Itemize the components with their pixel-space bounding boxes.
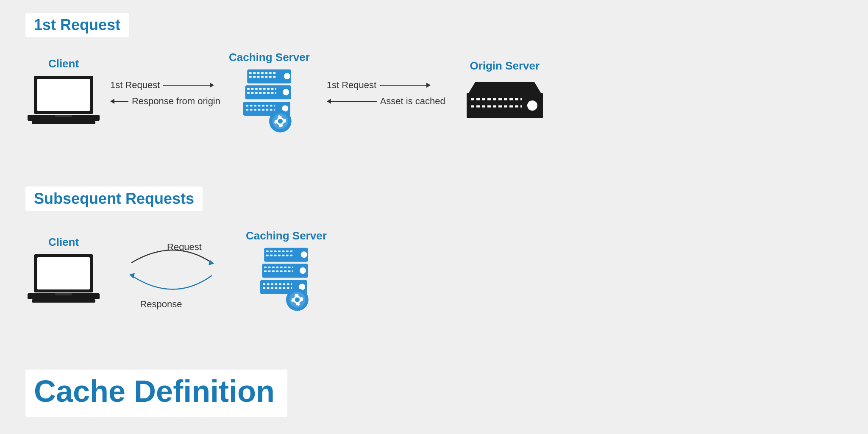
svg-marker-8 <box>110 99 114 104</box>
svg-point-24 <box>278 119 283 123</box>
laptop-icon-1 <box>25 74 102 129</box>
caching-server-icon-1 <box>235 67 303 135</box>
first-request-row: Client 1st Request <box>25 51 856 135</box>
cache-definition-label: Cache Definition <box>34 374 275 408</box>
svg-rect-4 <box>32 121 95 124</box>
arrow-1st-request-label: 1st Request <box>110 80 160 91</box>
svg-point-41 <box>527 100 537 111</box>
client-node-1: Client <box>25 57 102 129</box>
origin-server-label: Origin Server <box>470 59 540 72</box>
arrow-area-2: 1st Request Asset is cached <box>327 77 445 109</box>
svg-marker-6 <box>210 83 214 88</box>
svg-rect-3 <box>55 115 72 117</box>
cache-definition-section: Cache Definition <box>25 370 287 417</box>
svg-point-16 <box>283 89 289 95</box>
svg-marker-34 <box>426 83 431 88</box>
svg-point-12 <box>284 73 290 79</box>
arrow-area-1: 1st Request Response from origin <box>110 77 220 109</box>
first-request-section: 1st Request <box>25 13 129 37</box>
origin-server-icon <box>462 76 547 127</box>
svg-marker-36 <box>327 99 331 104</box>
subsequent-label: Subsequent Requests <box>34 190 194 207</box>
subsequent-section: Subsequent Requests <box>25 186 203 211</box>
diagram-container: 1st Request Client 1st Reque <box>0 0 868 434</box>
caching-server-node-1: Caching Server <box>229 51 310 135</box>
laptop-icon-2 <box>25 252 102 307</box>
arrow-right-2 <box>380 80 431 90</box>
arrow-1st-request-label-2: 1st Request <box>327 80 376 91</box>
arrow-row-1st-request-2: 1st Request <box>327 80 445 91</box>
client-label-1: Client <box>48 57 79 70</box>
response-label-text: Response <box>140 299 182 309</box>
svg-point-52 <box>301 251 307 258</box>
svg-rect-46 <box>32 299 95 303</box>
client-label-2: Client <box>48 236 79 249</box>
first-request-label: 1st Request <box>34 16 120 33</box>
cache-definition-box: Cache Definition <box>25 370 287 417</box>
caching-server-icon-2 <box>252 246 320 314</box>
caching-server-label-1: Caching Server <box>229 51 310 64</box>
first-request-box: 1st Request <box>25 13 129 37</box>
arrow-asset-cached-label: Asset is cached <box>380 96 445 107</box>
arrow-left-1 <box>110 96 128 106</box>
caching-server-label-2: Caching Server <box>246 229 327 242</box>
svg-rect-43 <box>37 257 90 289</box>
origin-server-node: Origin Server <box>462 59 547 127</box>
subsequent-row: Client Request Response <box>25 229 449 314</box>
svg-point-64 <box>295 297 300 302</box>
svg-rect-45 <box>55 293 72 295</box>
circular-arrows-svg: Request Response <box>119 229 229 314</box>
arrow-row-asset-cached: Asset is cached <box>327 96 445 107</box>
caching-server-node-2: Caching Server <box>246 229 327 314</box>
subsequent-box: Subsequent Requests <box>25 186 203 211</box>
arrow-row-response-from-origin: Response from origin <box>110 96 220 107</box>
svg-point-56 <box>300 267 306 273</box>
circular-arrow-area: Request Response <box>119 229 229 314</box>
arrow-response-label: Response from origin <box>132 96 220 107</box>
svg-rect-1 <box>37 79 90 111</box>
arrow-right-1 <box>163 80 214 90</box>
svg-marker-37 <box>469 82 541 93</box>
client-node-2: Client <box>25 236 102 307</box>
arrow-row-1st-request: 1st Request <box>110 80 220 91</box>
arrow-left-2 <box>327 96 377 106</box>
